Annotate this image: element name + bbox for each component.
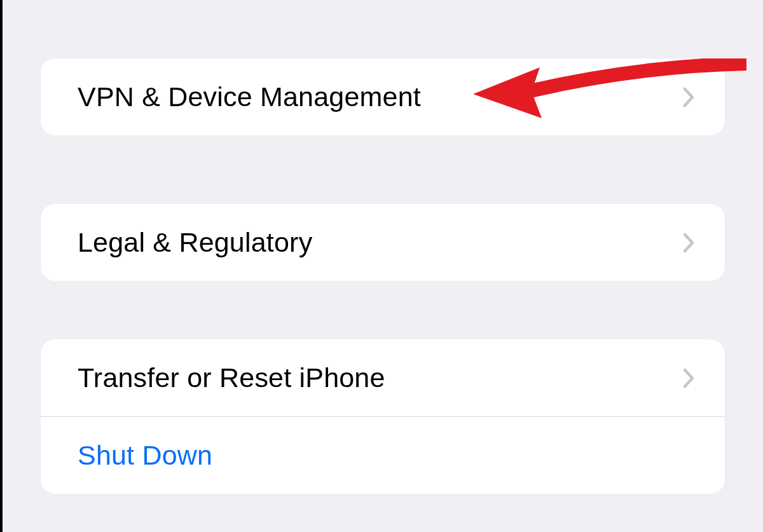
settings-group-1: VPN & Device Management <box>41 58 725 135</box>
chevron-right-icon <box>683 87 694 107</box>
settings-row-label: VPN & Device Management <box>78 81 683 113</box>
settings-group-2: Legal & Regulatory <box>41 204 725 281</box>
chevron-right-icon <box>683 368 694 388</box>
settings-row-transfer-reset[interactable]: Transfer or Reset iPhone <box>41 339 725 416</box>
settings-list: VPN & Device Management Legal & Regulato… <box>3 0 763 494</box>
settings-row-shut-down[interactable]: Shut Down <box>41 416 725 494</box>
settings-row-label: Legal & Regulatory <box>78 227 683 258</box>
settings-row-legal-regulatory[interactable]: Legal & Regulatory <box>41 204 725 281</box>
chevron-right-icon <box>683 233 694 253</box>
settings-row-label: Transfer or Reset iPhone <box>78 362 683 393</box>
settings-row-label: Shut Down <box>78 440 694 471</box>
settings-group-3: Transfer or Reset iPhone Shut Down <box>41 339 725 494</box>
settings-row-vpn-device-management[interactable]: VPN & Device Management <box>41 58 725 135</box>
